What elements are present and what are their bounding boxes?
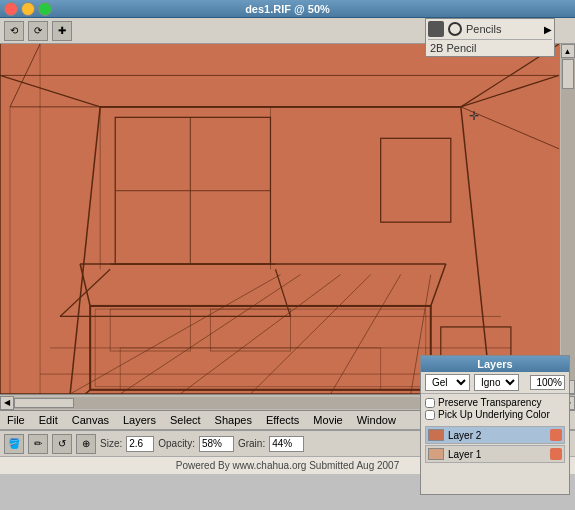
svg-line-36	[0, 75, 100, 106]
pick-up-color-label: Pick Up Underlying Color	[438, 409, 550, 420]
svg-line-15	[250, 275, 370, 394]
brush-panel-header: Pencils ▶	[428, 21, 552, 40]
main-area: ✛ ▲ ▼	[0, 44, 575, 394]
menu-effects[interactable]: Effects	[263, 414, 302, 426]
brush-tool-icon	[428, 21, 444, 37]
toolbar-btn-1[interactable]: ⟲	[4, 21, 24, 41]
menu-shapes[interactable]: Shapes	[212, 414, 255, 426]
brush-panel: Pencils ▶ 2B Pencil	[425, 18, 555, 57]
maximize-button[interactable]	[38, 2, 52, 16]
layers-panel-title: Layers	[421, 356, 569, 372]
svg-line-38	[461, 75, 559, 106]
opacity-toolbar-input[interactable]	[199, 436, 234, 452]
vertical-scrollbar[interactable]: ▲ ▼	[559, 44, 575, 394]
layers-panel: Layers Gel Normal Ignore Normal Preserve…	[420, 355, 570, 495]
menu-movie[interactable]: Movie	[310, 414, 345, 426]
scroll-thumb-horizontal[interactable]	[14, 398, 74, 408]
layers-opacity	[530, 375, 565, 390]
menu-layers[interactable]: Layers	[120, 414, 159, 426]
preserve-transparency-label: Preserve Transparency	[438, 397, 541, 408]
toolbar-btn-3[interactable]: ✚	[52, 21, 72, 41]
grain-input[interactable]	[269, 436, 304, 452]
zoom-tool[interactable]: ⊕	[76, 434, 96, 454]
brush-shape-icon	[448, 22, 462, 36]
menu-canvas[interactable]: Canvas	[69, 414, 112, 426]
close-button[interactable]	[4, 2, 18, 16]
preserve-transparency-checkbox[interactable]	[425, 398, 435, 408]
scroll-track-vertical[interactable]	[561, 58, 575, 380]
minimize-button[interactable]	[21, 2, 35, 16]
svg-line-3	[70, 107, 100, 394]
size-input[interactable]	[126, 436, 154, 452]
menu-window[interactable]: Window	[354, 414, 399, 426]
layer-2-thumb	[428, 429, 444, 441]
menu-file[interactable]: File	[4, 414, 28, 426]
brush-category: Pencils	[466, 23, 540, 35]
scroll-thumb-vertical[interactable]	[562, 59, 574, 89]
scroll-up-arrow[interactable]: ▲	[561, 44, 575, 58]
layers-list: Layer 2 Layer 1	[421, 423, 569, 466]
brush-tool[interactable]: ✏	[28, 434, 48, 454]
menu-select[interactable]: Select	[167, 414, 204, 426]
svg-line-16	[331, 275, 401, 394]
size-label: Size:	[100, 438, 122, 449]
blend-mode-dropdown-2[interactable]: Ignore Normal	[474, 374, 519, 391]
expand-icon[interactable]: ▶	[544, 24, 552, 35]
svg-line-33	[461, 107, 559, 149]
scroll-left-arrow[interactable]: ◀	[0, 396, 14, 410]
sketch-canvas	[0, 44, 559, 394]
canvas-area[interactable]: ✛	[0, 44, 559, 394]
svg-line-14	[180, 275, 340, 394]
toolbar-btn-2[interactable]: ⟳	[28, 21, 48, 41]
rotate-tool[interactable]: ↺	[52, 434, 72, 454]
layer-item-1[interactable]: Layer 1	[425, 445, 565, 463]
brush-type: 2B Pencil	[428, 42, 552, 54]
layer-2-label: Layer 2	[448, 430, 481, 441]
opacity-label: Opacity:	[158, 438, 195, 449]
svg-rect-28	[110, 309, 190, 351]
svg-line-12	[70, 275, 280, 394]
layer-2-icon	[550, 429, 562, 441]
grain-label: Grain:	[238, 438, 265, 449]
opacity-input[interactable]	[530, 375, 565, 390]
layer-1-label: Layer 1	[448, 449, 481, 460]
layers-mode-row: Gel Normal Ignore Normal	[421, 372, 569, 394]
svg-rect-31	[381, 138, 451, 222]
svg-line-24	[431, 264, 446, 306]
pick-up-color-checkbox[interactable]	[425, 410, 435, 420]
title-bar: des1.RIF @ 50%	[0, 0, 575, 18]
svg-rect-29	[210, 309, 290, 351]
menu-edit[interactable]: Edit	[36, 414, 61, 426]
pick-up-color-row: Pick Up Underlying Color	[425, 409, 565, 420]
window-title: des1.RIF @ 50%	[54, 3, 521, 15]
footer-text: Powered By www.chahua.org Submitted Aug …	[176, 460, 399, 471]
layer-1-icon	[550, 448, 562, 460]
svg-rect-44	[120, 348, 380, 390]
layers-checkboxes: Preserve Transparency Pick Up Underlying…	[421, 394, 569, 423]
blend-mode-dropdown-1[interactable]: Gel Normal	[425, 374, 470, 391]
layer-1-thumb	[428, 448, 444, 460]
svg-line-4	[461, 107, 491, 394]
layer-item-2[interactable]: Layer 2	[425, 426, 565, 444]
preserve-transparency-row: Preserve Transparency	[425, 397, 565, 408]
paint-bucket-tool[interactable]: 🪣	[4, 434, 24, 454]
